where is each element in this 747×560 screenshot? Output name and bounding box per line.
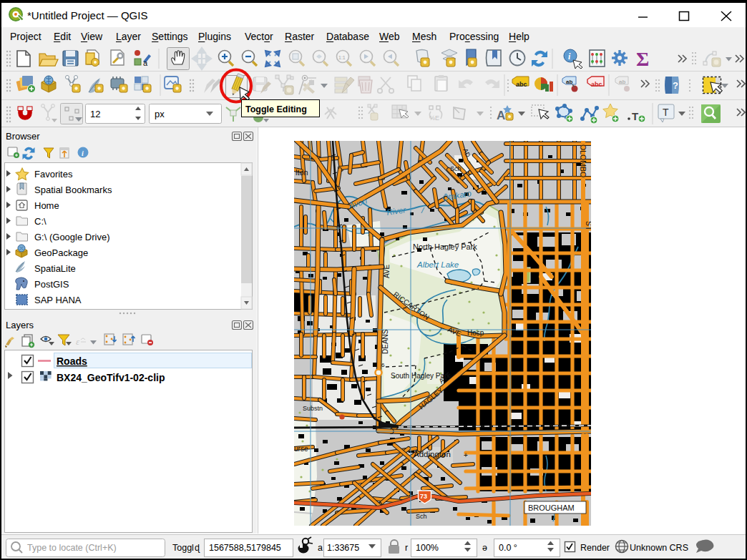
svg-text:abc: abc: [591, 81, 602, 88]
svg-text:ab: ab: [566, 79, 572, 85]
svg-text:C:\: C:\: [34, 216, 47, 227]
svg-text:SpatiaLite: SpatiaLite: [34, 263, 76, 274]
svg-text:A: A: [497, 109, 505, 122]
svg-text:North Hagley Park: North Hagley Park: [413, 242, 477, 251]
svg-text:Addington: Addington: [414, 450, 451, 458]
svg-text:BX24_GeoTifv1-02-clip: BX24_GeoTifv1-02-clip: [57, 372, 165, 383]
svg-text:6: 6: [381, 362, 385, 368]
svg-text:AVE: AVE: [383, 264, 391, 278]
svg-text:Layers: Layers: [6, 320, 34, 330]
svg-text:ab: ab: [619, 79, 625, 85]
svg-text:Favorites: Favorites: [34, 169, 73, 180]
svg-text:Unknown CRS: Unknown CRS: [630, 543, 688, 553]
svg-text:Spatial Bookmarks: Spatial Bookmarks: [34, 185, 112, 195]
svg-text:ST: ST: [585, 221, 591, 231]
svg-text:Type to locate (Ctrl+K): Type to locate (Ctrl+K): [27, 543, 117, 553]
svg-text:0.0 °: 0.0 °: [499, 543, 517, 553]
svg-text:ε: ε: [76, 336, 80, 347]
svg-text:SAP HANA: SAP HANA: [34, 295, 82, 305]
svg-text:GeoPackage: GeoPackage: [34, 247, 88, 258]
svg-text:G:\ (Google Drive): G:\ (Google Drive): [34, 232, 109, 242]
svg-text:Sch: Sch: [416, 513, 427, 520]
svg-text:lton: lton: [296, 168, 308, 177]
svg-text:+: +: [464, 451, 468, 459]
svg-text:Home: Home: [34, 200, 59, 211]
svg-text:PostGIS: PostGIS: [34, 279, 69, 290]
svg-text:Albert Lake: Albert Lake: [416, 260, 459, 269]
svg-text:Hosp: Hosp: [467, 329, 484, 337]
svg-text:1:1: 1:1: [338, 55, 346, 60]
svg-text:Substn: Substn: [303, 405, 323, 412]
svg-text:Sch: Sch: [450, 165, 462, 172]
svg-text:?: ?: [673, 80, 678, 91]
svg-text:1:33675: 1:33675: [327, 543, 359, 553]
svg-text:ɖ: ɖ: [195, 543, 200, 553]
svg-text:ǝ: ǝ: [482, 543, 487, 553]
svg-text:i: i: [82, 149, 84, 157]
svg-text:1567588,5179845: 1567588,5179845: [209, 543, 281, 553]
svg-text:DEANS: DEANS: [381, 329, 389, 354]
svg-text:12: 12: [90, 109, 100, 119]
svg-text:Render: Render: [580, 543, 610, 553]
svg-text:a: a: [143, 59, 148, 67]
svg-text:BROUGHAM: BROUGHAM: [528, 503, 575, 512]
svg-text:100%: 100%: [416, 543, 439, 553]
svg-text:℅E: ℅E: [429, 114, 439, 122]
svg-text:px: px: [155, 109, 165, 119]
svg-text:Browser: Browser: [6, 131, 40, 142]
svg-text:abc: abc: [516, 81, 527, 88]
svg-text:urse: urse: [294, 445, 308, 453]
svg-text:Roads: Roads: [57, 355, 87, 367]
svg-text:Σ: Σ: [636, 48, 649, 70]
svg-text:a: a: [318, 543, 323, 553]
svg-text:Toggl: Toggl: [172, 543, 194, 553]
svg-text:73: 73: [420, 493, 427, 500]
svg-text:T: T: [663, 107, 669, 118]
svg-text:T: T: [632, 110, 638, 122]
svg-text:r: r: [405, 543, 408, 553]
svg-text:OLOMBO: OLOMBO: [579, 144, 587, 177]
